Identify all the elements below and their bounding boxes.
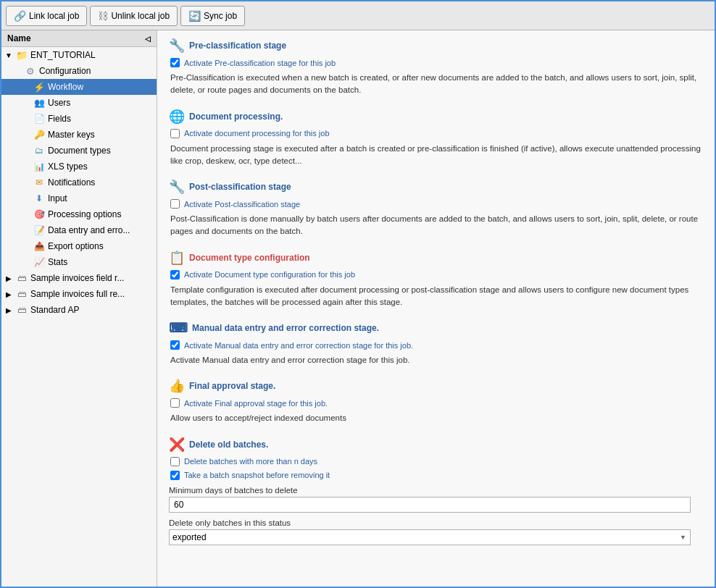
preclassification-checkbox-row: Activate Pre-classification stage for th… <box>170 58 703 67</box>
expand-standardap[interactable]: ▶ <box>4 306 13 314</box>
delete-batches-label[interactable]: Delete batches with more than n days <box>184 457 317 466</box>
sidebar-item-label: Document types <box>48 146 111 156</box>
docprocessing-section: 🌐 Document processing. Activate document… <box>169 109 703 168</box>
data-entry-icon: 📝 <box>33 224 45 236</box>
sidebar-item-label: Standard AP <box>30 305 79 315</box>
sidebar-item-sample-invoices-field[interactable]: ▶ 🗃 Sample invoices field r... <box>1 270 157 286</box>
docprocessing-checkbox-label[interactable]: Activate document processing for this jo… <box>184 129 330 138</box>
gear-icon: ⚙ <box>25 65 36 77</box>
sidebar-item-document-types[interactable]: 🗂 Document types <box>1 143 157 159</box>
workflow-icon: ⚡ <box>33 81 45 93</box>
expand-ent-tutorial[interactable]: ▼ <box>4 51 13 59</box>
docprocessing-checkbox-row: Activate document processing for this jo… <box>170 129 703 138</box>
sidebar-item-processing-options[interactable]: 🎯 Processing options <box>1 206 157 222</box>
manualdataentry-checkbox[interactable] <box>170 340 180 350</box>
manualdataentry-checkbox-label[interactable]: Activate Manual data entry and error cor… <box>184 341 413 350</box>
sidebar-item-label: Processing options <box>48 209 121 219</box>
link-button-label: Link local job <box>29 11 79 21</box>
folder-icon: 📁 <box>16 49 28 61</box>
status-select[interactable]: exported indexed completed <box>169 529 691 545</box>
doctypeconfig-title-text: Document type configuration <box>189 253 310 263</box>
sample-full-icon: 🗃 <box>16 288 28 300</box>
sidebar-item-stats[interactable]: 📈 Stats <box>1 254 157 270</box>
sidebar-collapse-arrow[interactable]: ◁ <box>145 35 151 43</box>
sample-field-icon: 🗃 <box>16 272 28 284</box>
finalapproval-checkbox-row: Activate Final approval stage for this j… <box>170 398 703 408</box>
fields-icon: 📄 <box>33 113 45 125</box>
expand-samplefield[interactable]: ▶ <box>4 274 13 282</box>
sidebar-item-configuration[interactable]: ⚙ Configuration <box>1 63 157 79</box>
sidebar-item-label: Master keys <box>48 130 95 140</box>
sidebar-item-label: Data entry and erro... <box>48 225 130 235</box>
sidebar-item-input[interactable]: ⬇ Input <box>1 190 157 206</box>
preclassification-checkbox-label[interactable]: Activate Pre-classification stage for th… <box>184 59 336 67</box>
sidebar-item-users[interactable]: 👥 Users <box>1 95 157 111</box>
sidebar-header: Name ◁ <box>1 30 157 47</box>
sidebar-item-label: XLS types <box>48 161 88 172</box>
users-icon: 👥 <box>33 97 45 109</box>
manualdataentry-title-text: Manual data entry and error correction s… <box>192 323 379 333</box>
preclassification-title-text: Pre-classification stage <box>189 41 286 51</box>
doctypeconfig-checkbox-row: Activate Document type configuration for… <box>170 270 703 280</box>
link-local-job-button[interactable]: 🔗 Link local job <box>6 6 87 26</box>
status-label: Delete only batches in this status <box>169 518 703 527</box>
doctypeconfig-title: 📋 Document type configuration <box>169 250 703 266</box>
docprocessing-checkbox[interactable] <box>170 129 180 138</box>
expand-samplefull[interactable]: ▶ <box>4 290 13 298</box>
sidebar-item-label: Configuration <box>39 66 91 76</box>
sidebar-item-standard-ap[interactable]: ▶ 🗃 Standard AP <box>1 302 157 318</box>
preclassification-checkbox[interactable] <box>170 58 180 67</box>
min-days-input[interactable] <box>169 497 691 513</box>
sidebar-item-sample-invoices-full[interactable]: ▶ 🗃 Sample invoices full re... <box>1 286 157 302</box>
sidebar-item-ent-tutorial[interactable]: ▼ 📁 ENT_TUTORIAL <box>1 47 157 63</box>
docprocessing-icon: 🌐 <box>169 109 185 125</box>
stats-icon: 📈 <box>33 256 45 268</box>
preclassification-section: 🔧 Pre-classification stage Activate Pre-… <box>169 38 703 97</box>
sidebar: Name ◁ ▼ 📁 ENT_TUTORIAL ⚙ Configuration … <box>1 30 157 587</box>
deleteoldbatches-title: ❌ Delete old batches. <box>169 437 703 453</box>
doctypeconfig-checkbox-label[interactable]: Activate Document type configuration for… <box>184 270 355 279</box>
sidebar-item-xls-types[interactable]: 📊 XLS types <box>1 159 157 175</box>
deleteoldbatches-section: ❌ Delete old batches. Delete batches wit… <box>169 437 703 545</box>
preclassification-desc: Pre-Classification is executed when a ne… <box>170 72 703 97</box>
sidebar-item-label: ENT_TUTORIAL <box>30 50 96 60</box>
docprocessing-title: 🌐 Document processing. <box>169 109 703 125</box>
deleteoldbatches-icon: ❌ <box>169 437 185 453</box>
status-row: Delete only batches in this status expor… <box>169 518 703 545</box>
doctypes-icon: 🗂 <box>33 145 45 156</box>
sidebar-item-data-entry[interactable]: 📝 Data entry and erro... <box>1 222 157 238</box>
finalapproval-checkbox[interactable] <box>170 398 180 408</box>
sidebar-item-export-options[interactable]: 📤 Export options <box>1 238 157 254</box>
min-days-row: Minimum days of batches to delete <box>169 486 703 513</box>
doctypeconfig-checkbox[interactable] <box>170 270 180 280</box>
deleteoldbatches-title-text: Delete old batches. <box>189 440 268 450</box>
sidebar-item-notifications[interactable]: ✉ Notifications <box>1 175 157 190</box>
snapshot-label[interactable]: Take a batch snapshot before removing it <box>184 471 330 479</box>
sidebar-item-label: Notifications <box>48 177 95 188</box>
sidebar-item-label: Workflow <box>48 82 83 92</box>
postclassification-checkbox-label[interactable]: Activate Post-classification stage <box>184 200 300 209</box>
postclassification-checkbox-row: Activate Post-classification stage <box>170 199 703 209</box>
sidebar-item-masterkeys[interactable]: 🔑 Master keys <box>1 127 157 143</box>
manualdataentry-checkbox-row: Activate Manual data entry and error cor… <box>170 340 703 350</box>
manualdataentry-desc: Activate Manual data entry and error cor… <box>170 354 703 366</box>
postclassification-title-text: Post-classification stage <box>189 182 291 192</box>
sync-button-label: Sync job <box>204 11 237 21</box>
finalapproval-desc: Allow users to accept/reject indexed doc… <box>170 412 703 424</box>
snapshot-checkbox[interactable] <box>170 471 180 480</box>
manualdataentry-title: ⌨ Manual data entry and error correction… <box>169 320 703 336</box>
postclassification-checkbox[interactable] <box>170 199 180 209</box>
delete-batches-checkbox[interactable] <box>170 457 180 466</box>
sidebar-item-workflow[interactable]: ⚡ Workflow <box>1 79 157 95</box>
finalapproval-section: 👍 Final approval stage. Activate Final a… <box>169 378 703 424</box>
doctypeconfig-desc: Template configuration is executed after… <box>170 284 703 309</box>
sidebar-item-label: Sample invoices full re... <box>30 289 125 299</box>
sidebar-item-fields[interactable]: 📄 Fields <box>1 111 157 127</box>
finalapproval-checkbox-label[interactable]: Activate Final approval stage for this j… <box>184 399 328 408</box>
sync-job-button[interactable]: 🔄 Sync job <box>180 6 245 26</box>
main-content: 🔧 Pre-classification stage Activate Pre-… <box>157 30 715 587</box>
preclassification-icon: 🔧 <box>169 38 185 54</box>
sidebar-item-label: Export options <box>48 241 104 251</box>
xls-icon: 📊 <box>33 161 45 172</box>
unlink-local-job-button[interactable]: ⛓ Unlink local job <box>90 6 178 26</box>
